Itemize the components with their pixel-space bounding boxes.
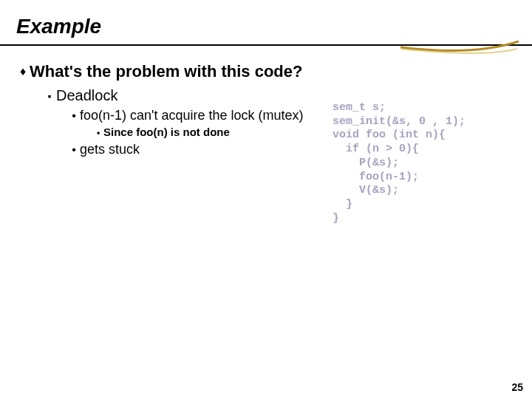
code-line: P(&s); [332,157,399,169]
page-number: 25 [511,381,523,393]
code-line: sem_t s; [332,101,386,114]
title-underline [0,43,532,56]
diamond-bullet-icon: ♦ [16,62,30,81]
bullet-level-1: ♦ What's the problem with this code? [16,62,516,81]
level2-text: Deadlock [56,87,117,104]
level3b-text: gets stuck [80,142,140,157]
swoosh-icon [400,40,519,58]
slide-title: Example [16,15,532,38]
code-line: V(&s); [332,184,399,197]
code-snippet: sem_t s; sem_init(&s, 0 , 1); void foo (… [332,87,466,226]
square-bullet-icon: ▪ [43,87,56,105]
code-line: if (n > 0){ [332,143,419,155]
code-line: foo(n-1); [332,171,419,183]
dot-bullet-icon: • [68,108,80,124]
code-line: sem_init(&s, 0 , 1); [332,115,466,128]
code-line: } [332,198,352,211]
level1-text: What's the problem with this code? [30,62,302,81]
level3a-text: foo(n-1) can't acquire the lock (mutex) [80,108,304,123]
code-line: } [332,212,339,225]
small-dot-bullet-icon: • [93,126,103,140]
code-line: void foo (int n){ [332,129,446,141]
slide: Example ♦ What's the problem with this c… [0,0,532,399]
dot-bullet-icon: • [68,142,80,158]
level4a-text: Since foo(n) is not done [103,126,230,138]
